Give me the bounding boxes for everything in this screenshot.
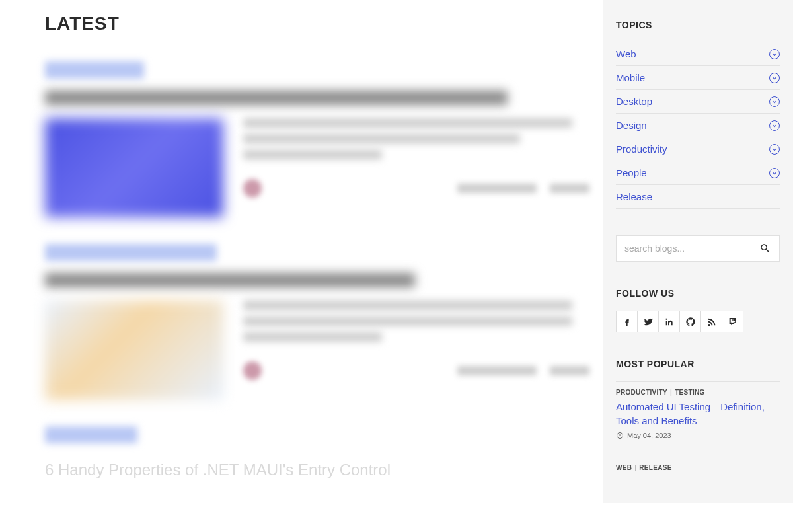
- popular-heading: MOST POPULAR: [616, 359, 780, 369]
- topic-item-desktop[interactable]: Desktop: [616, 90, 780, 114]
- popular-post: PRODUCTIVITY|TESTING Automated UI Testin…: [616, 389, 780, 447]
- topic-label: People: [616, 167, 647, 178]
- popular-tags: WEB|RELEASE: [616, 464, 780, 471]
- divider: [616, 381, 780, 382]
- search-box[interactable]: [616, 235, 780, 262]
- topic-list: WebMobileDesktopDesignProductivityPeople…: [616, 42, 780, 209]
- topics-heading: TOPICS: [616, 20, 780, 30]
- blurred-tag: [45, 61, 144, 79]
- blurred-text: [243, 317, 572, 326]
- blurred-text: [243, 134, 520, 143]
- blurred-thumbnail: [45, 301, 223, 400]
- chevron-down-icon[interactable]: [769, 73, 780, 83]
- rss-icon[interactable]: [700, 311, 722, 332]
- blurred-meta: [550, 366, 589, 375]
- topic-item-design[interactable]: Design: [616, 114, 780, 137]
- topic-label: Design: [616, 120, 647, 131]
- post-blurred: [45, 61, 589, 217]
- follow-heading: FOLLOW US: [616, 288, 780, 299]
- blurred-text: [243, 301, 572, 310]
- chevron-down-icon[interactable]: [769, 96, 780, 107]
- chevron-down-icon[interactable]: [769, 144, 780, 155]
- blurred-meta: [457, 366, 537, 375]
- blurred-meta: [550, 184, 589, 193]
- post-blurred: [45, 244, 589, 400]
- popular-title-link[interactable]: Automated UI Testing—Definition, Tools a…: [616, 400, 780, 428]
- search-input[interactable]: [624, 243, 759, 254]
- divider: [616, 457, 780, 457]
- popular-tags: PRODUCTIVITY|TESTING: [616, 389, 780, 396]
- topic-item-release[interactable]: Release: [616, 185, 780, 209]
- clock-icon: [616, 432, 624, 439]
- blurred-tag: [45, 426, 137, 443]
- sidebar: TOPICS WebMobileDesktopDesignProductivit…: [603, 0, 793, 503]
- popular-date: May 04, 2023: [616, 432, 780, 439]
- main-content: LATEST: [0, 0, 603, 503]
- blurred-thumbnail: [45, 118, 223, 217]
- post-title[interactable]: 6 Handy Properties of .NET MAUI's Entry …: [45, 461, 589, 479]
- topic-label: Web: [616, 48, 636, 59]
- topic-item-web[interactable]: Web: [616, 42, 780, 66]
- topic-label: Release: [616, 191, 652, 202]
- facebook-icon[interactable]: [616, 311, 638, 332]
- latest-heading: LATEST: [45, 13, 589, 34]
- blurred-avatar: [243, 361, 262, 380]
- popular-post: WEB|RELEASE: [616, 464, 780, 483]
- chevron-down-icon[interactable]: [769, 168, 780, 178]
- blurred-avatar: [243, 179, 262, 198]
- divider: [45, 48, 589, 48]
- twitch-icon[interactable]: [722, 311, 743, 332]
- blurred-text: [243, 150, 382, 159]
- post-partial: 6 Handy Properties of .NET MAUI's Entry …: [45, 426, 589, 479]
- blurred-title: [45, 91, 508, 105]
- chevron-down-icon[interactable]: [769, 49, 780, 59]
- chevron-down-icon[interactable]: [769, 120, 780, 131]
- topic-label: Productivity: [616, 143, 667, 155]
- topic-label: Mobile: [616, 72, 645, 83]
- blurred-title: [45, 273, 415, 287]
- topic-item-mobile[interactable]: Mobile: [616, 66, 780, 90]
- github-icon[interactable]: [679, 311, 701, 332]
- blurred-tag: [45, 244, 217, 261]
- twitter-icon[interactable]: [637, 311, 659, 332]
- social-row: [616, 311, 780, 332]
- blurred-meta: [457, 184, 537, 193]
- topic-label: Desktop: [616, 96, 652, 107]
- topic-item-productivity[interactable]: Productivity: [616, 137, 780, 161]
- topic-item-people[interactable]: People: [616, 161, 780, 185]
- blurred-text: [243, 118, 572, 128]
- search-icon[interactable]: [759, 243, 771, 254]
- linkedin-icon[interactable]: [658, 311, 680, 332]
- blurred-text: [243, 332, 382, 342]
